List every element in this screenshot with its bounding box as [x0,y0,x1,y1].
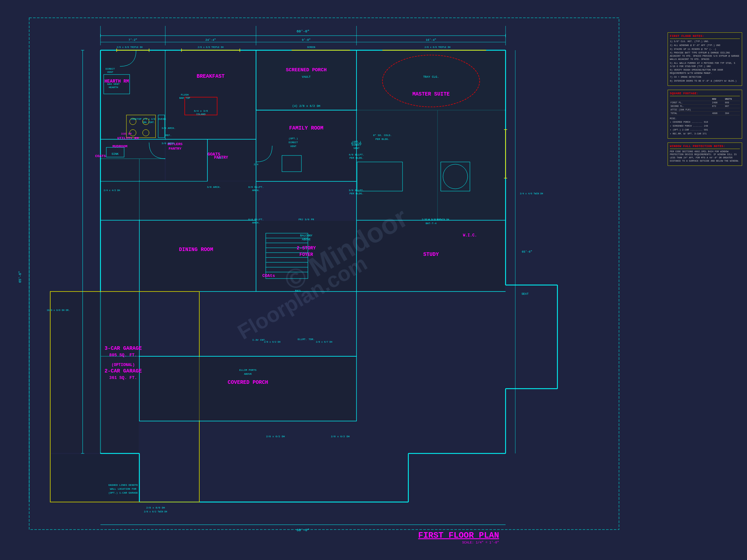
svg-text:ELLMT. TDR.: ELLMT. TDR. [298,338,315,341]
first-floor-notes-title: FIRST FLOOR NOTES: [670,35,740,39]
svg-text:2/8 x 6/2 DH: 2/8 x 6/2 DH [264,341,280,343]
svg-text:60'-0": 60'-0" [297,528,309,532]
svg-text:OVENS: OVENS [158,117,166,121]
svg-text:UTILITY RM: UTILITY RM [117,136,139,140]
svg-text:DIRECT: DIRECT [352,143,361,146]
svg-text:2/4 x 4/6 TWIN DH: 2/4 x 4/6 TWIN DH [520,192,543,195]
svg-text:3/0 ARCH.: 3/0 ARCH. [207,186,221,188]
svg-text:GOATS: GOATS [207,152,220,157]
svg-text:(4) 2/8 x 6/2 DH: (4) 2/8 x 6/2 DH [292,105,320,108]
svg-text:2/8 x 6/0 TRIPLE DH: 2/8 x 6/0 TRIPLE DH [424,46,450,49]
svg-text:SEAT: SEAT [521,292,529,296]
svg-text:PRJ 3/0 PR: PRJ 3/0 PR [299,218,314,221]
svg-text:2/8 x 6/0 TRIPLE DH: 2/8 x 6/0 TRIPLE DH [117,46,143,49]
svg-text:4/8 ELLPT.: 4/8 ELLPT. [349,153,364,156]
svg-rect-51 [257,111,356,181]
svg-text:SCALE: 1/4" = 1'-0": SCALE: 1/4" = 1'-0" [462,541,499,544]
svg-text:COOKTOP: COOKTOP [131,117,141,121]
svg-text:SCREEN: SCREEN [307,46,315,49]
svg-text:MASTER SUITE: MASTER SUITE [412,91,449,97]
svg-text:BALCONY: BALCONY [300,234,312,237]
svg-text:8/0 ELLPT.: 8/0 ELLPT. [248,186,264,188]
svg-text:COATS: COATS [95,154,106,158]
svg-text:3/0 ARCH.: 3/0 ARCH. [161,127,175,130]
svg-text:BREAKFAST: BREAKFAST [197,74,225,79]
sq-header-row: HOU UNITS [670,98,740,101]
svg-text:3-CAR GARAGE: 3-CAR GARAGE [104,346,141,351]
svg-text:7'-2": 7'-2" [128,38,137,42]
svg-text:COAts: COAts [262,273,275,278]
sq-row-total: TOTAL 4896 394 [670,111,740,115]
svg-text:VENT: VENT [290,145,296,148]
svg-text:DIRECT: DIRECT [106,68,115,70]
sq-row-attic: ATTIC (1HA FLR) [670,108,740,111]
svg-text:ELLIM PORTS: ELLIM PORTS [239,369,257,372]
notes-panel: FIRST FLOOR NOTES: 1) 5/8" CLG. HGT. (TY… [668,32,742,170]
svg-rect-48 [165,51,255,139]
svg-rect-54 [208,140,255,181]
svg-text:2/8 x 3/2 DH: 2/8 x 3/2 DH [422,218,440,221]
svg-text:(OPT.): (OPT.) [352,140,361,143]
svg-text:SCREENED PORCH: SCREENED PORCH [286,68,327,73]
svg-text:VAULT: VAULT [302,76,311,79]
svg-text:WALL LOCATION FOR: WALL LOCATION FOR [110,487,136,490]
svg-text:TRAY CLG.: TRAY CLG. [423,76,439,79]
svg-text:MUDROOM: MUDROOM [112,144,128,148]
svg-text:GAS VENT: GAS VENT [107,83,120,85]
svg-rect-55 [101,181,255,220]
svg-rect-52 [101,140,165,181]
floor-plan-svg: 60'-0" 7'-2" 24'-4" 9'-8" 16'-4" 2/8 x 6… [0,0,747,560]
svg-text:24'-4": 24'-4" [205,38,216,42]
square-footage-box: SQUARE FOOTAGE: HOU UNITS FIRST FL. 2498… [668,90,742,139]
svg-text:DASHED LINES DENOTE: DASHED LINES DENOTE [108,484,138,486]
svg-text:REF.: REF. [165,134,172,137]
svg-text:ABOVE: ABOVE [244,372,252,375]
svg-text:6/4 ELLPT.: 6/4 ELLPT. [248,218,264,221]
svg-text:ISLAND: ISLAND [197,113,206,116]
svg-text:2/4 x 4/2 DH: 2/4 x 4/2 DH [104,189,120,192]
square-footage-title: SQUARE FOOTAGE: [670,92,740,96]
svg-text:ARCH.: ARCH. [252,189,260,192]
svg-text:VENT: VENT [353,147,359,150]
sq-row-second: SECOND FL. 872 987 [670,104,740,108]
svg-text:805 SQ. FT.: 805 SQ. FT. [109,353,137,357]
svg-rect-49 [257,51,356,109]
svg-text:2-STORY: 2-STORY [297,245,316,251]
svg-text:DOR RM: DOR RM [121,132,132,136]
svg-text:W.I.C.: W.I.C. [463,233,477,238]
svg-text:2/4: 2/4 [254,163,259,166]
svg-text:DINING ROOM: DINING ROOM [179,247,213,252]
svg-text:ABOVE: ABOVE [302,238,310,241]
svg-text:2/8 x 6/0 TRIPLE DH: 2/8 x 6/0 TRIPLE DH [198,46,224,49]
svg-text:DBL CSMT.: DBL CSMT. [143,121,155,124]
svg-text:VENT: VENT [107,71,113,74]
svg-text:(OPTIONAL): (OPTIONAL) [111,363,135,367]
svg-text:PER BLDG.: PER BLDG. [375,138,389,140]
svg-text:BAR TOP: BAR TOP [179,97,190,100]
svg-text:18/0 x 8/0 DH DR.: 18/0 x 8/0 DH DR. [47,309,70,312]
svg-text:16'-4": 16'-4" [426,38,436,42]
svg-text:FAMILY ROOM: FAMILY ROOM [289,125,324,131]
svg-rect-47 [101,51,165,139]
svg-text:2/8 x 6/2 TWIN DH: 2/8 x 6/2 TWIN DH [144,510,167,513]
svg-rect-59 [140,357,356,420]
svg-text:FIRST FLOOR PLAN: FIRST FLOOR PLAN [418,531,499,540]
svg-text:2/8 x 6/7 DH: 2/8 x 6/7 DH [316,341,332,343]
svg-text:2/8 x 8/0 DH: 2/8 x 8/0 DH [146,506,165,509]
svg-text:6/4 x 3/6: 6/4 x 3/6 [194,109,208,112]
sq-row-first: FIRST FL. 2498 869 [670,101,740,104]
svg-rect-61 [51,454,139,501]
svg-text:65'-6": 65'-6" [19,271,22,283]
fall-protection-title: WINDOW FALL PROTECTION NOTES: [670,145,740,149]
svg-text:STUDY: STUDY [423,252,439,258]
svg-text:I-3V CNT.: I-3V CNT. [252,339,266,341]
svg-text:PER BLDG.: PER BLDG. [350,156,363,159]
svg-text:ARCH.: ARCH. [252,221,260,224]
svg-text:(OPT.) 1-CAR GARAGE: (OPT.) 1-CAR GARAGE [108,491,138,494]
svg-text:9'-8": 9'-8" [302,38,310,42]
svg-text:2/8 x 4/0: 2/8 x 4/0 [143,118,155,121]
svg-text:361 SQ. FT.: 361 SQ. FT. [109,375,137,380]
svg-text:PER BLDG.: PER BLDG. [350,192,363,195]
svg-text:(OPT.): (OPT.) [289,137,298,140]
svg-text:HEARTH: HEARTH [109,86,118,89]
